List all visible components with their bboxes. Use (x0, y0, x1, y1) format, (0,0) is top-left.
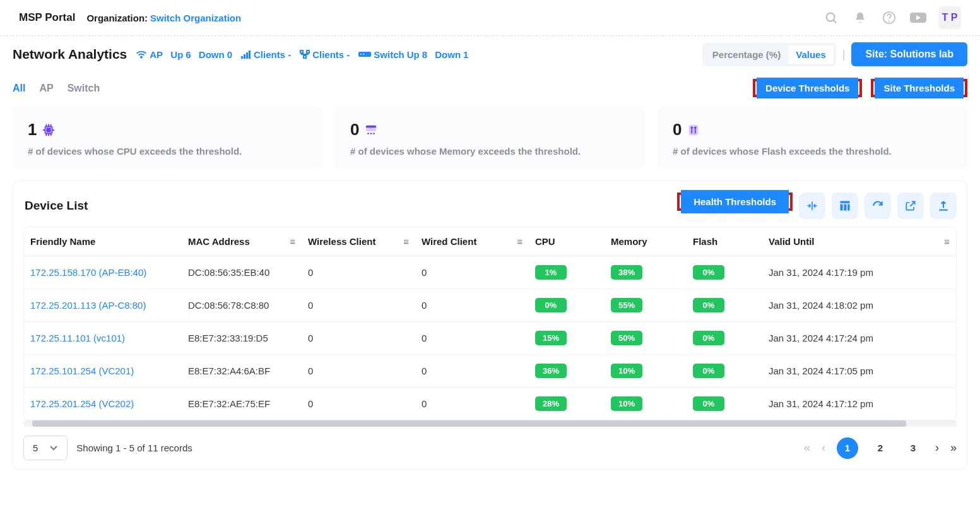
switch-org-link[interactable]: Switch Organization (150, 13, 241, 23)
memory-badge: 38% (611, 265, 642, 280)
cpu-badge: 1% (535, 265, 567, 280)
health-thresholds-button[interactable]: Health Thresholds (681, 190, 789, 213)
help-icon[interactable] (880, 9, 898, 27)
col-wireless[interactable]: Wireless Client≡ (302, 227, 415, 256)
ap-down: Down (199, 49, 225, 60)
horizontal-scrollbar[interactable] (23, 420, 957, 427)
wifi-icon (136, 50, 147, 59)
value-toggle: Percentage (%) Values (702, 43, 836, 66)
cpu-threshold-card: 1 # of devices whose CPU exceeds the thr… (13, 106, 322, 169)
wired-clients-stat[interactable]: Clients - (300, 49, 350, 60)
col-flash[interactable]: Flash (687, 227, 762, 256)
page-2[interactable]: 2 (870, 437, 891, 459)
prev-page-button[interactable]: ‹ (822, 441, 825, 454)
flash-badge: 0% (693, 331, 724, 345)
chevron-down-icon (49, 445, 58, 451)
col-valid-until[interactable]: Valid Until (762, 227, 937, 256)
flash-badge: 0% (693, 265, 724, 280)
flash-badge: 0% (693, 298, 724, 312)
tab-switch[interactable]: Switch (68, 83, 100, 94)
cell-wired: 0 (415, 355, 529, 388)
device-thresholds-button[interactable]: Device Thresholds (757, 78, 858, 98)
table-row: 172.25.101.254 (VC201)E8:E7:32:A4:6A:BF0… (24, 355, 956, 388)
svg-point-33 (691, 126, 694, 129)
next-page-button[interactable]: › (935, 441, 939, 454)
filter-icon[interactable]: ≡ (403, 236, 409, 247)
refresh-button[interactable] (865, 193, 891, 219)
device-link[interactable]: 172.25.101.254 (VC201) (30, 365, 134, 376)
col-more[interactable]: ≡ (937, 227, 956, 256)
flash-badge: 0% (693, 364, 724, 378)
cpu-count: 1 (28, 120, 37, 140)
svg-point-34 (694, 126, 697, 129)
popout-button[interactable] (897, 193, 924, 219)
switch-stat[interactable]: Switch Up 8 Down 1 (358, 49, 468, 60)
col-wired[interactable]: Wired Client≡ (415, 227, 529, 256)
svg-rect-11 (300, 50, 303, 53)
page-1[interactable]: 1 (837, 437, 858, 459)
toggle-percentage[interactable]: Percentage (%) (705, 45, 788, 64)
svg-point-15 (360, 54, 362, 55)
page-3[interactable]: 3 (902, 437, 924, 459)
last-page-button[interactable]: » (950, 441, 957, 454)
collapse-columns-button[interactable] (799, 193, 825, 219)
cell-wired: 0 (415, 322, 529, 355)
ap-stat[interactable]: AP Up 6 Down 0 (136, 49, 232, 60)
page-size-select[interactable]: 5 (23, 436, 68, 460)
tabs-row: All AP Switch Device Thresholds Site Thr… (0, 75, 980, 106)
filter-icon[interactable]: ≡ (517, 236, 522, 247)
svg-rect-8 (244, 54, 245, 59)
svg-line-1 (834, 20, 837, 23)
svg-point-16 (363, 54, 364, 55)
device-list-panel: Device List Health Thresholds (13, 181, 967, 470)
avatar[interactable]: T P (938, 6, 961, 29)
cell-mac: E8:E7:32:A4:6A:BF (182, 355, 302, 388)
filter-icon[interactable]: ≡ (290, 236, 295, 247)
svg-rect-32 (689, 124, 699, 135)
flash-desc: # of devices whose Flash exceeds the thr… (673, 146, 952, 157)
switch-icon (358, 50, 371, 58)
topbar-left: MSP Portal Organization: Switch Organiza… (19, 11, 241, 24)
brand: MSP Portal (19, 11, 75, 24)
video-icon[interactable] (909, 9, 927, 27)
device-list-actions: Health Thresholds (677, 193, 957, 219)
svg-rect-39 (844, 205, 846, 211)
device-link[interactable]: 172.25.201.254 (VC202) (30, 398, 134, 409)
search-icon[interactable] (822, 9, 840, 27)
first-page-button[interactable]: « (804, 441, 810, 454)
threshold-buttons: Device Thresholds Site Thresholds (753, 79, 967, 97)
col-memory[interactable]: Memory (605, 227, 687, 256)
flash-count: 0 (673, 120, 682, 140)
bell-icon[interactable] (851, 9, 869, 27)
filter-icon[interactable]: ≡ (944, 236, 950, 247)
switch-down-count: 1 (463, 49, 468, 60)
col-friendly-name[interactable]: Friendly Name (24, 227, 182, 256)
svg-rect-7 (241, 56, 243, 59)
svg-rect-10 (249, 50, 251, 59)
svg-point-6 (141, 56, 142, 57)
switch-up: Up (407, 49, 420, 60)
ap-up: Up (170, 49, 183, 60)
tab-ap[interactable]: AP (39, 83, 53, 94)
svg-point-0 (827, 13, 835, 21)
cell-wireless: 0 (302, 355, 415, 388)
site-thresholds-button[interactable]: Site Thresholds (875, 78, 964, 98)
cell-mac: DC:08:56:78:C8:80 (182, 289, 302, 322)
columns-button[interactable] (832, 193, 858, 219)
col-cpu[interactable]: CPU (529, 227, 605, 256)
col-mac[interactable]: MAC Address≡ (182, 227, 302, 256)
cell-wireless: 0 (302, 322, 415, 355)
upload-button[interactable] (930, 193, 957, 219)
site-selector-button[interactable]: Site: Solutions lab (851, 42, 967, 66)
svg-rect-28 (366, 125, 377, 128)
wireless-clients-stat[interactable]: Clients - (241, 49, 291, 60)
device-link[interactable]: 172.25.11.101 (vc101) (30, 333, 125, 343)
device-link[interactable]: 172.25.158.170 (AP-EB:40) (30, 267, 146, 278)
highlight-device-thresholds: Device Thresholds (753, 79, 862, 97)
device-link[interactable]: 172.25.201.113 (AP-C8:80) (30, 300, 146, 311)
highlight-site-thresholds: Site Thresholds (871, 79, 967, 97)
cell-valid: Jan 31, 2024 4:17:24 pm (762, 322, 937, 355)
svg-point-31 (374, 133, 375, 134)
toggle-values[interactable]: Values (788, 45, 834, 64)
tab-all[interactable]: All (13, 83, 25, 94)
